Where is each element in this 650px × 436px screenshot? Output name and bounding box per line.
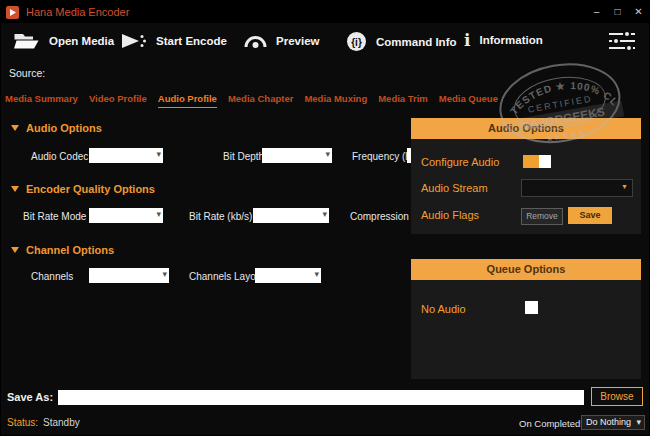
start-encode-label: Start Encode [156, 35, 227, 47]
on-completed-label: On Completed: [519, 418, 583, 429]
source-label: Source: [9, 67, 45, 79]
app-logo-icon [6, 6, 19, 19]
window-controls: – □ ✕ [586, 1, 649, 23]
preview-label: Preview [276, 35, 319, 47]
configure-audio-label: Configure Audio [421, 156, 499, 168]
status-label: Status: [7, 417, 38, 428]
hana-media-encoder-window: Hana Media Encoder – □ ✕ Open Media Star… [0, 0, 650, 436]
tab-media-summary[interactable]: Media Summary [5, 93, 78, 108]
bit-rate-mode-select[interactable] [89, 208, 163, 223]
title-bar: Hana Media Encoder – □ ✕ [1, 1, 649, 23]
channel-options-section-header[interactable]: Channel Options [11, 244, 114, 256]
audio-options-section-header[interactable]: Audio Options [11, 122, 102, 134]
profile-tab-bar: Media Summary Video Profile Audio Profil… [5, 93, 498, 108]
audio-options-panel-title: Audio Options [411, 118, 641, 139]
configure-audio-toggle[interactable] [523, 155, 551, 168]
channels-layout-label: Channels Layout [189, 271, 264, 282]
encoder-quality-section-title: Encoder Quality Options [26, 183, 155, 195]
tab-media-muxing[interactable]: Media Muxing [304, 93, 367, 108]
collapse-triangle-icon [11, 125, 19, 131]
information-icon: i [464, 30, 470, 50]
audio-options-panel: Audio Options Configure Audio Audio Stre… [411, 118, 641, 234]
information-button[interactable]: i Information [464, 30, 543, 50]
save-as-label: Save As: [7, 391, 53, 403]
open-media-label: Open Media [49, 35, 114, 47]
audio-stream-select[interactable] [521, 179, 633, 197]
collapse-triangle-icon [11, 247, 19, 253]
collapse-triangle-icon [11, 186, 19, 192]
encoder-quality-section-header[interactable]: Encoder Quality Options [11, 183, 155, 195]
save-as-input[interactable] [58, 390, 584, 405]
bit-depth-select[interactable] [262, 148, 332, 163]
audio-codec-select[interactable] [89, 148, 163, 163]
tab-audio-profile[interactable]: Audio Profile [158, 93, 217, 108]
no-audio-label: No Audio [421, 303, 466, 315]
tab-media-queue[interactable]: Media Queue [439, 93, 498, 108]
information-label: Information [479, 34, 542, 46]
settings-sliders-button[interactable] [607, 30, 637, 52]
start-encode-icon [121, 32, 147, 50]
bit-rate-label: Bit Rate (kb/s) [189, 211, 252, 222]
preview-button[interactable]: Preview [244, 33, 319, 49]
command-info-label: Command Info [376, 36, 457, 48]
start-encode-button[interactable]: Start Encode [121, 32, 227, 50]
open-folder-icon [13, 31, 40, 51]
channels-layout-select[interactable] [255, 268, 321, 283]
queue-options-panel: Queue Options No Audio [411, 259, 641, 379]
open-media-button[interactable]: Open Media [13, 31, 114, 51]
tab-media-chapter[interactable]: Media Chapter [228, 93, 293, 108]
command-info-icon: {i} [346, 31, 367, 52]
preview-eye-icon [244, 33, 267, 49]
queue-options-panel-title: Queue Options [411, 259, 641, 280]
audio-stream-label: Audio Stream [421, 182, 488, 194]
audio-codec-label: Audio Codec [31, 151, 88, 162]
bit-depth-label: Bit Depth [223, 151, 264, 162]
channel-options-section-title: Channel Options [26, 244, 114, 256]
remove-flag-button[interactable]: Remove [521, 208, 563, 225]
minimize-button[interactable]: – [586, 1, 607, 23]
browse-button[interactable]: Browse [591, 387, 643, 406]
save-flag-button[interactable]: Save [568, 207, 612, 224]
svg-text:CERTIFIED: CERTIFIED [527, 94, 593, 115]
svg-text:{i}: {i} [351, 37, 362, 48]
command-info-button[interactable]: {i} Command Info [346, 31, 457, 52]
bit-rate-select[interactable] [253, 208, 329, 223]
toggle-knob [539, 155, 551, 168]
audio-flags-label: Audio Flags [421, 209, 479, 221]
no-audio-checkbox[interactable] [525, 301, 538, 314]
status-value: Standby [43, 417, 80, 428]
bit-rate-mode-label: Bit Rate Mode [23, 211, 86, 222]
sliders-icon [607, 30, 637, 52]
maximize-button[interactable]: □ [607, 1, 628, 23]
channels-select[interactable] [89, 268, 169, 283]
tab-media-trim[interactable]: Media Trim [378, 93, 428, 108]
audio-options-section-title: Audio Options [26, 122, 102, 134]
channels-label: Channels [31, 271, 73, 282]
tab-video-profile[interactable]: Video Profile [89, 93, 147, 108]
on-completed-select[interactable]: Do Nothing [581, 415, 645, 430]
window-title: Hana Media Encoder [26, 6, 129, 18]
close-button[interactable]: ✕ [628, 1, 649, 23]
